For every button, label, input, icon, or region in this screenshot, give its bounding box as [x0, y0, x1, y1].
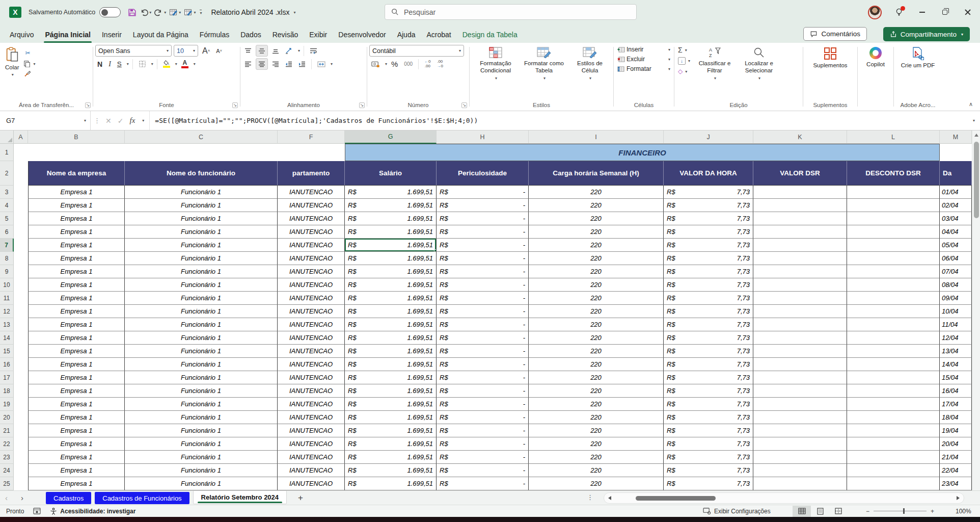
align-top-button[interactable]: [242, 45, 254, 57]
align-center-button[interactable]: [256, 58, 268, 70]
page-layout-view-button[interactable]: [811, 506, 829, 517]
cell-I4[interactable]: 220: [529, 199, 664, 212]
cell-M12[interactable]: 10/04: [940, 305, 972, 318]
tab-splitter-handle[interactable]: ⋮: [587, 493, 594, 501]
cell-A24[interactable]: [14, 464, 28, 477]
cell-K11[interactable]: [753, 292, 847, 305]
cell-J13[interactable]: R$7,73: [664, 318, 753, 331]
cell-I11[interactable]: 220: [529, 292, 664, 305]
cell-I16[interactable]: 220: [529, 358, 664, 371]
cell-M9[interactable]: 07/04: [940, 265, 972, 278]
cell-J21[interactable]: R$7,73: [664, 424, 753, 437]
dialog-launcher-icon[interactable]: ↘: [232, 102, 238, 108]
cell-H5[interactable]: R$-: [437, 212, 529, 225]
cell-B21[interactable]: Empresa 1: [28, 424, 125, 437]
cell-C18[interactable]: Funcionário 1: [125, 384, 278, 398]
cell-I5[interactable]: 220: [529, 212, 664, 225]
header-cell-G2[interactable]: Salário: [345, 161, 437, 186]
cell-I12[interactable]: 220: [529, 305, 664, 318]
column-header-G[interactable]: G: [345, 130, 437, 144]
copilot-button[interactable]: Copilot: [863, 45, 888, 70]
cell-M5[interactable]: 03/04: [940, 212, 972, 225]
align-right-button[interactable]: [270, 58, 281, 70]
bold-button[interactable]: N: [95, 58, 104, 70]
row-number-6[interactable]: 6: [0, 225, 14, 239]
cell-H14[interactable]: R$-: [437, 331, 529, 345]
cell-C15[interactable]: Funcionário 1: [125, 345, 278, 358]
cell-F23[interactable]: IANUTENCAO: [278, 451, 345, 464]
cell-K8[interactable]: [753, 252, 847, 265]
name-box[interactable]: G7 ▾: [0, 111, 91, 130]
cell-J18[interactable]: R$7,73: [664, 384, 753, 398]
fill-button[interactable]: ↓▾: [676, 56, 692, 66]
accounting-format-button[interactable]: [369, 58, 382, 70]
macro-record-button[interactable]: [33, 508, 41, 514]
cell-K17[interactable]: [753, 371, 847, 384]
cell-I25[interactable]: 220: [529, 477, 664, 490]
row-number-16[interactable]: 16: [0, 358, 14, 371]
cell-I20[interactable]: 220: [529, 411, 664, 424]
cell-M17[interactable]: 15/04: [940, 371, 972, 384]
cell-J11[interactable]: R$7,73: [664, 292, 753, 305]
cell-G9[interactable]: R$1.699,51: [345, 265, 437, 278]
close-button[interactable]: [965, 9, 971, 15]
menu-tab-ajuda[interactable]: Ajuda: [392, 27, 421, 43]
zoom-percentage[interactable]: 100%: [956, 508, 971, 515]
formula-input[interactable]: =SE([@Matrícula]="";"";PROCV([@Matrícula…: [150, 111, 967, 130]
cell-C19[interactable]: Funcionário 1: [125, 398, 278, 411]
zoom-slider-thumb[interactable]: [903, 508, 905, 514]
confirm-entry-icon[interactable]: ✓: [118, 117, 124, 125]
cell-J6[interactable]: R$7,73: [664, 225, 753, 239]
autosum-button[interactable]: Σ▾: [676, 45, 692, 55]
cell-B18[interactable]: Empresa 1: [28, 384, 125, 398]
cell-C13[interactable]: Funcionário 1: [125, 318, 278, 331]
cell-K21[interactable]: [753, 424, 847, 437]
header-cell-M2[interactable]: Da: [940, 161, 972, 186]
header-cell-H2[interactable]: Periculosidade: [437, 161, 529, 186]
cell-H15[interactable]: R$-: [437, 345, 529, 358]
cell-J16[interactable]: R$7,73: [664, 358, 753, 371]
customize-qat-button[interactable]: ▾: [198, 8, 203, 17]
cell-G23[interactable]: R$1.699,51: [345, 451, 437, 464]
vertical-scroll-thumb[interactable]: [974, 142, 979, 218]
cell-C5[interactable]: Funcionário 1: [125, 212, 278, 225]
italic-button[interactable]: I: [106, 58, 113, 70]
cell-L20[interactable]: [847, 411, 940, 424]
cell-B5[interactable]: Empresa 1: [28, 212, 125, 225]
row-number-17[interactable]: 17: [0, 371, 14, 384]
cell-G25[interactable]: R$1.699,51: [345, 477, 437, 490]
cell-J4[interactable]: R$7,73: [664, 199, 753, 212]
cell-K25[interactable]: [753, 477, 847, 490]
cell-styles-button[interactable]: Estilos de Célula▾: [568, 45, 611, 83]
cell-G12[interactable]: R$1.699,51: [345, 305, 437, 318]
font-family-select[interactable]: Open Sans▾: [95, 45, 172, 57]
cell-K23[interactable]: [753, 451, 847, 464]
row-number-15[interactable]: 15: [0, 345, 14, 358]
fill-color-button[interactable]: [161, 58, 172, 70]
cell-I9[interactable]: 220: [529, 265, 664, 278]
cell-I10[interactable]: 220: [529, 278, 664, 292]
row-number-8[interactable]: 8: [0, 252, 14, 265]
cell-C17[interactable]: Funcionário 1: [125, 371, 278, 384]
row-number-5[interactable]: 5: [0, 212, 14, 225]
cell-B9[interactable]: Empresa 1: [28, 265, 125, 278]
format-cells-button[interactable]: Formatar▾: [616, 64, 672, 73]
row-number-24[interactable]: 24: [0, 464, 14, 477]
cell-C12[interactable]: Funcionário 1: [125, 305, 278, 318]
cell-F19[interactable]: IANUTENCAO: [278, 398, 345, 411]
cell-L6[interactable]: [847, 225, 940, 239]
cell-M14[interactable]: 12/04: [940, 331, 972, 345]
cell-K10[interactable]: [753, 278, 847, 292]
cell-H25[interactable]: R$-: [437, 477, 529, 490]
cell-I14[interactable]: 220: [529, 331, 664, 345]
cell-A6[interactable]: [14, 225, 28, 239]
menu-tab-desenvolvedor[interactable]: Desenvolvedor: [333, 27, 391, 43]
percent-style-button[interactable]: %: [389, 58, 400, 70]
row-number-11[interactable]: 11: [0, 292, 14, 305]
cell-J17[interactable]: R$7,73: [664, 371, 753, 384]
cell-L11[interactable]: [847, 292, 940, 305]
cell-A19[interactable]: [14, 398, 28, 411]
cell-H20[interactable]: R$-: [437, 411, 529, 424]
document-title[interactable]: Relatorio Abril 2024 .xlsx ▾: [211, 8, 295, 16]
cell-A14[interactable]: [14, 331, 28, 345]
